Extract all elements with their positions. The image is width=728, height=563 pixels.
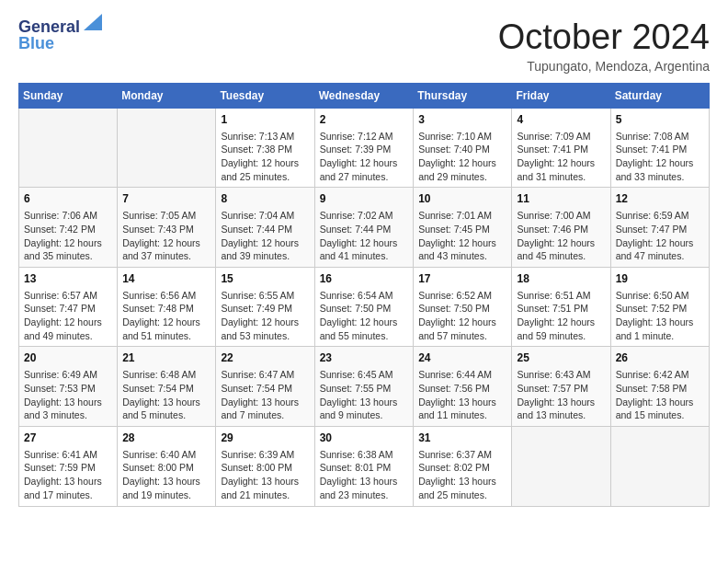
calendar-cell: 7Sunrise: 7:05 AMSunset: 7:43 PMDaylight…	[118, 188, 216, 268]
week-row-2: 6Sunrise: 7:06 AMSunset: 7:42 PMDaylight…	[19, 188, 710, 268]
calendar-cell: 25Sunrise: 6:43 AMSunset: 7:57 PMDayligh…	[512, 347, 610, 427]
calendar-cell: 12Sunrise: 6:59 AMSunset: 7:47 PMDayligh…	[610, 188, 709, 268]
calendar-cell: 18Sunrise: 6:51 AMSunset: 7:51 PMDayligh…	[512, 267, 610, 347]
calendar-cell: 14Sunrise: 6:56 AMSunset: 7:48 PMDayligh…	[118, 267, 216, 347]
calendar-cell: 13Sunrise: 6:57 AMSunset: 7:47 PMDayligh…	[19, 267, 118, 347]
day-info: Sunrise: 7:04 AMSunset: 7:44 PMDaylight:…	[221, 209, 309, 263]
day-info: Sunrise: 6:39 AMSunset: 8:00 PMDaylight:…	[221, 448, 309, 502]
calendar-cell: 3Sunrise: 7:10 AMSunset: 7:40 PMDaylight…	[414, 108, 512, 188]
weekday-header-friday: Friday	[512, 83, 610, 108]
day-number: 21	[122, 350, 210, 366]
calendar-cell: 10Sunrise: 7:01 AMSunset: 7:45 PMDayligh…	[414, 188, 512, 268]
day-number: 23	[320, 350, 409, 366]
calendar-cell: 19Sunrise: 6:50 AMSunset: 7:52 PMDayligh…	[610, 267, 709, 347]
day-number: 2	[320, 112, 409, 128]
day-info: Sunrise: 7:01 AMSunset: 7:45 PMDaylight:…	[418, 209, 506, 263]
calendar-cell: 2Sunrise: 7:12 AMSunset: 7:39 PMDaylight…	[314, 108, 414, 188]
day-number: 25	[517, 350, 605, 366]
day-info: Sunrise: 7:05 AMSunset: 7:43 PMDaylight:…	[122, 209, 210, 263]
calendar-cell	[610, 426, 709, 506]
day-info: Sunrise: 6:45 AMSunset: 7:55 PMDaylight:…	[320, 368, 409, 422]
day-info: Sunrise: 6:51 AMSunset: 7:51 PMDaylight:…	[517, 289, 605, 343]
day-number: 31	[418, 431, 506, 446]
day-info: Sunrise: 6:37 AMSunset: 8:02 PMDaylight:…	[418, 448, 506, 502]
day-info: Sunrise: 6:38 AMSunset: 8:01 PMDaylight:…	[320, 448, 409, 502]
day-info: Sunrise: 6:55 AMSunset: 7:49 PMDaylight:…	[221, 289, 309, 343]
week-row-4: 20Sunrise: 6:49 AMSunset: 7:53 PMDayligh…	[19, 347, 710, 427]
calendar-cell: 8Sunrise: 7:04 AMSunset: 7:44 PMDaylight…	[216, 188, 314, 268]
day-number: 7	[122, 191, 210, 207]
location-subtitle: Tupungato, Mendoza, Argentina	[498, 59, 710, 74]
day-info: Sunrise: 6:49 AMSunset: 7:53 PMDaylight:…	[24, 368, 112, 422]
day-info: Sunrise: 6:47 AMSunset: 7:54 PMDaylight:…	[221, 368, 309, 422]
day-info: Sunrise: 6:42 AMSunset: 7:58 PMDaylight:…	[616, 368, 704, 422]
day-info: Sunrise: 7:08 AMSunset: 7:41 PMDaylight:…	[616, 130, 704, 184]
day-info: Sunrise: 6:48 AMSunset: 7:54 PMDaylight:…	[122, 368, 210, 422]
calendar-cell: 23Sunrise: 6:45 AMSunset: 7:55 PMDayligh…	[314, 347, 414, 427]
calendar-cell: 21Sunrise: 6:48 AMSunset: 7:54 PMDayligh…	[118, 347, 216, 427]
calendar-cell: 16Sunrise: 6:54 AMSunset: 7:50 PMDayligh…	[314, 267, 414, 347]
page-header: General Blue October 2024 Tupungato, Men…	[18, 18, 710, 74]
day-number: 17	[418, 271, 506, 287]
calendar-cell	[19, 108, 118, 188]
day-info: Sunrise: 6:43 AMSunset: 7:57 PMDaylight:…	[517, 368, 605, 422]
calendar-cell: 29Sunrise: 6:39 AMSunset: 8:00 PMDayligh…	[216, 426, 314, 506]
day-number: 5	[616, 112, 704, 128]
day-number: 30	[320, 431, 409, 446]
day-info: Sunrise: 7:02 AMSunset: 7:44 PMDaylight:…	[320, 209, 409, 263]
logo-icon	[84, 14, 102, 30]
calendar-table: SundayMondayTuesdayWednesdayThursdayFrid…	[18, 83, 710, 507]
calendar-cell: 26Sunrise: 6:42 AMSunset: 7:58 PMDayligh…	[610, 347, 709, 427]
calendar-cell: 30Sunrise: 6:38 AMSunset: 8:01 PMDayligh…	[314, 426, 414, 506]
day-number: 27	[24, 431, 112, 446]
day-number: 6	[24, 191, 112, 207]
week-row-1: 1Sunrise: 7:13 AMSunset: 7:38 PMDaylight…	[19, 108, 710, 188]
calendar-cell: 6Sunrise: 7:06 AMSunset: 7:42 PMDaylight…	[19, 188, 118, 268]
calendar-cell: 20Sunrise: 6:49 AMSunset: 7:53 PMDayligh…	[19, 347, 118, 427]
calendar-cell: 5Sunrise: 7:08 AMSunset: 7:41 PMDaylight…	[610, 108, 709, 188]
day-info: Sunrise: 7:06 AMSunset: 7:42 PMDaylight:…	[24, 209, 112, 263]
calendar-cell	[512, 426, 610, 506]
week-row-5: 27Sunrise: 6:41 AMSunset: 7:59 PMDayligh…	[19, 426, 710, 506]
day-info: Sunrise: 7:09 AMSunset: 7:41 PMDaylight:…	[517, 130, 605, 184]
day-number: 11	[517, 191, 605, 207]
day-info: Sunrise: 6:56 AMSunset: 7:48 PMDaylight:…	[122, 289, 210, 343]
day-info: Sunrise: 6:41 AMSunset: 7:59 PMDaylight:…	[24, 448, 112, 502]
calendar-cell: 22Sunrise: 6:47 AMSunset: 7:54 PMDayligh…	[216, 347, 314, 427]
day-info: Sunrise: 6:54 AMSunset: 7:50 PMDaylight:…	[320, 289, 409, 343]
day-number: 26	[616, 350, 704, 366]
day-number: 28	[122, 431, 210, 446]
day-info: Sunrise: 6:40 AMSunset: 8:00 PMDaylight:…	[122, 448, 210, 502]
calendar-cell: 24Sunrise: 6:44 AMSunset: 7:56 PMDayligh…	[414, 347, 512, 427]
day-info: Sunrise: 6:50 AMSunset: 7:52 PMDaylight:…	[616, 289, 704, 343]
calendar-cell: 4Sunrise: 7:09 AMSunset: 7:41 PMDaylight…	[512, 108, 610, 188]
day-number: 29	[221, 431, 309, 446]
calendar-cell: 11Sunrise: 7:00 AMSunset: 7:46 PMDayligh…	[512, 188, 610, 268]
day-info: Sunrise: 6:52 AMSunset: 7:50 PMDaylight:…	[418, 289, 506, 343]
month-title: October 2024	[498, 18, 710, 57]
day-number: 4	[517, 112, 605, 128]
day-info: Sunrise: 6:44 AMSunset: 7:56 PMDaylight:…	[418, 368, 506, 422]
day-number: 15	[221, 271, 309, 287]
calendar-cell: 9Sunrise: 7:02 AMSunset: 7:44 PMDaylight…	[314, 188, 414, 268]
title-block: October 2024 Tupungato, Mendoza, Argenti…	[498, 18, 710, 74]
day-number: 9	[320, 191, 409, 207]
day-info: Sunrise: 6:57 AMSunset: 7:47 PMDaylight:…	[24, 289, 112, 343]
day-number: 3	[418, 112, 506, 128]
day-number: 13	[24, 271, 112, 287]
day-number: 14	[122, 271, 210, 287]
logo-blue: Blue	[18, 35, 102, 53]
calendar-cell: 1Sunrise: 7:13 AMSunset: 7:38 PMDaylight…	[216, 108, 314, 188]
calendar-cell: 15Sunrise: 6:55 AMSunset: 7:49 PMDayligh…	[216, 267, 314, 347]
day-info: Sunrise: 7:10 AMSunset: 7:40 PMDaylight:…	[418, 130, 506, 184]
weekday-header-saturday: Saturday	[610, 83, 709, 108]
day-number: 1	[221, 112, 309, 128]
day-number: 20	[24, 350, 112, 366]
calendar-cell: 27Sunrise: 6:41 AMSunset: 7:59 PMDayligh…	[19, 426, 118, 506]
day-number: 24	[418, 350, 506, 366]
day-info: Sunrise: 7:12 AMSunset: 7:39 PMDaylight:…	[320, 130, 409, 184]
calendar-cell: 31Sunrise: 6:37 AMSunset: 8:02 PMDayligh…	[414, 426, 512, 506]
weekday-header-wednesday: Wednesday	[314, 83, 414, 108]
logo: General Blue	[18, 18, 102, 53]
day-number: 8	[221, 191, 309, 207]
